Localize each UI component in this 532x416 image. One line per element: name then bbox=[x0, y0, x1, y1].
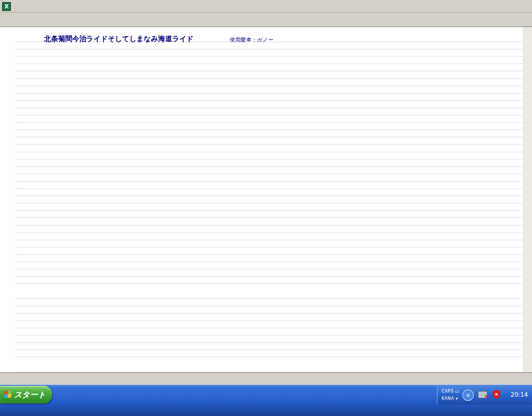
sheet-title: 北条菊間今治ライドそしてしまなみ海道ライド bbox=[44, 34, 194, 44]
windows-flag-icon bbox=[4, 390, 12, 399]
windows-taskbar: スタート CAPS ▭ KANA ▾ « × × 20:14 bbox=[0, 385, 532, 416]
kana-indicator: KANA ▾ bbox=[442, 396, 458, 401]
network-error-icon[interactable]: × bbox=[478, 391, 487, 398]
system-tray: CAPS ▭ KANA ▾ « × × 20:14 bbox=[437, 386, 532, 405]
sheet-tab-bar bbox=[0, 372, 532, 385]
excel-app-icon[interactable]: X bbox=[2, 2, 11, 11]
bike-note: 使用愛車：ガノー bbox=[230, 36, 274, 44]
taskbar-clock[interactable]: 20:14 bbox=[511, 391, 528, 398]
caps-indicator: CAPS ▭ bbox=[442, 389, 459, 394]
vertical-scrollbar[interactable] bbox=[523, 27, 532, 372]
excel-window: X 北条菊間今治ライドそしてしまなみ海道ライド 使用愛車：ガノー スタート CA… bbox=[0, 0, 532, 416]
security-alert-icon[interactable]: × bbox=[493, 390, 500, 399]
menu-bar: X bbox=[0, 0, 532, 12]
start-button[interactable]: スタート bbox=[0, 386, 52, 404]
standard-toolbar bbox=[0, 12, 532, 27]
hidden-icons-button[interactable]: « bbox=[462, 389, 474, 401]
worksheet-grid[interactable] bbox=[16, 35, 523, 372]
